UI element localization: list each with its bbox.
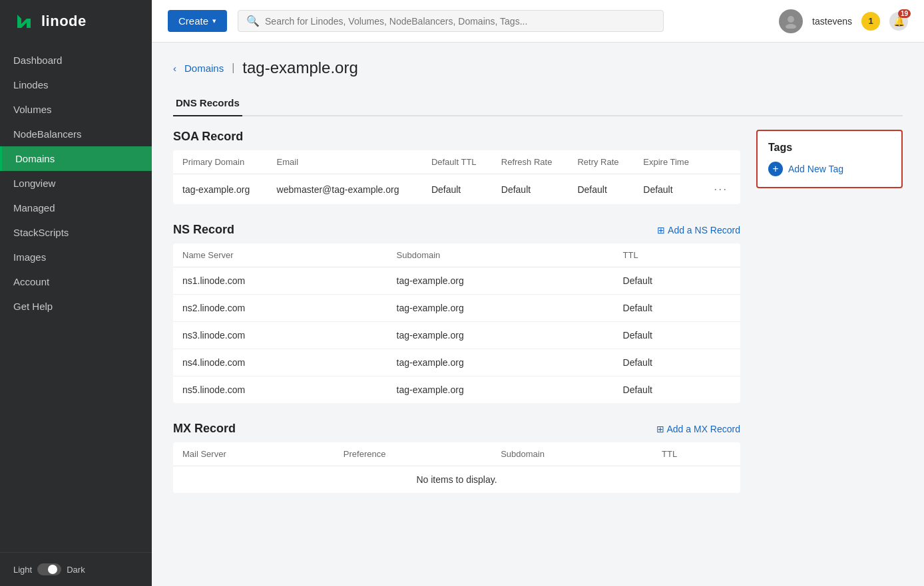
- table-row: ns5.linode.com tag-example.org Default: [173, 376, 740, 404]
- ns-name-server: ns2.linode.com: [173, 295, 387, 322]
- search-icon: 🔍: [246, 15, 260, 27]
- content-body: SOA Record Primary Domain Email Default …: [173, 130, 903, 512]
- svg-point-2: [788, 16, 794, 23]
- theme-toggle-track[interactable]: [37, 563, 61, 575]
- mx-record-section: MX Record ⊞ Add a MX Record Mail Server …: [173, 422, 740, 493]
- soa-email: webmaster@tag-example.org: [268, 174, 422, 205]
- main-area: Create ▾ 🔍 tastevens 1 🔔 19: [152, 0, 924, 586]
- ns-name-server: ns1.linode.com: [173, 267, 387, 295]
- soa-table: Primary Domain Email Default TTL Refresh…: [173, 150, 740, 204]
- tabs-row: DNS Records: [173, 90, 903, 116]
- table-row: ns2.linode.com tag-example.org Default: [173, 295, 740, 322]
- search-input[interactable]: [265, 16, 655, 27]
- light-label: Light: [13, 565, 32, 575]
- username-label: tastevens: [812, 16, 852, 27]
- sidebar-item-account[interactable]: Account: [0, 269, 152, 294]
- ns-record-section: NS Record ⊞ Add a NS Record Name Server …: [173, 223, 740, 403]
- ns-subdomain: tag-example.org: [387, 267, 614, 295]
- plus-icon-mx: ⊞: [656, 424, 664, 434]
- ns-subdomain: tag-example.org: [387, 376, 614, 404]
- soa-col-retry-rate: Retry Rate: [568, 150, 634, 174]
- soa-col-email: Email: [268, 150, 422, 174]
- create-button[interactable]: Create ▾: [168, 10, 227, 32]
- plus-icon: ⊞: [657, 225, 665, 235]
- breadcrumb-separator: |: [232, 62, 234, 74]
- soa-section-title: SOA Record: [173, 130, 243, 144]
- sidebar-item-managed[interactable]: Managed: [0, 196, 152, 220]
- sidebar-item-linodes[interactable]: Linodes: [0, 73, 152, 97]
- sidebar: linode Dashboard Linodes Volumes NodeBal…: [0, 0, 152, 586]
- ns-ttl: Default: [614, 295, 740, 322]
- topbar: Create ▾ 🔍 tastevens 1 🔔 19: [152, 0, 924, 43]
- add-mx-record-link[interactable]: ⊞ Add a MX Record: [656, 424, 741, 434]
- soa-col-refresh-rate: Refresh Rate: [492, 150, 569, 174]
- ns-ttl: Default: [614, 349, 740, 376]
- notification-badge[interactable]: 1: [861, 12, 880, 31]
- breadcrumb: ‹ Domains | tag-example.org: [173, 59, 903, 77]
- soa-more-button[interactable]: ···: [714, 182, 728, 196]
- sidebar-nav: Dashboard Linodes Volumes NodeBalancers …: [0, 43, 152, 552]
- sidebar-footer: Light Dark: [0, 552, 152, 586]
- bell-icon[interactable]: 🔔 19: [889, 12, 908, 31]
- soa-col-default-ttl: Default TTL: [422, 150, 492, 174]
- ns-col-name-server: Name Server: [173, 243, 387, 267]
- sidebar-item-longview[interactable]: Longview: [0, 171, 152, 196]
- breadcrumb-back-icon: ‹: [173, 63, 176, 74]
- soa-col-expire-time: Expire Time: [634, 150, 704, 174]
- ns-ttl: Default: [614, 267, 740, 295]
- search-bar: 🔍: [238, 10, 664, 32]
- soa-primary-domain: tag-example.org: [173, 174, 268, 205]
- ns-name-server: ns5.linode.com: [173, 376, 387, 404]
- bell-badge: 19: [898, 9, 911, 18]
- tab-dns-records[interactable]: DNS Records: [173, 90, 242, 116]
- table-row: ns3.linode.com tag-example.org Default: [173, 322, 740, 349]
- table-row: No items to display.: [173, 466, 740, 494]
- mx-section-header: MX Record ⊞ Add a MX Record: [173, 422, 740, 436]
- logo-text: linode: [41, 13, 87, 30]
- mx-table: Mail Server Preference Subdomain TTL No …: [173, 442, 740, 493]
- page-title: tag-example.org: [242, 59, 357, 77]
- soa-refresh-rate: Default: [492, 174, 569, 205]
- svg-point-3: [786, 24, 796, 29]
- add-new-tag-button[interactable]: + Add New Tag: [768, 162, 843, 176]
- breadcrumb-domains-link[interactable]: Domains: [184, 63, 224, 74]
- ns-subdomain: tag-example.org: [387, 322, 614, 349]
- chevron-down-icon: ▾: [212, 17, 216, 25]
- content-area: ‹ Domains | tag-example.org DNS Records …: [152, 43, 924, 586]
- sidebar-item-nodebalancers[interactable]: NodeBalancers: [0, 122, 152, 146]
- sidebar-item-volumes[interactable]: Volumes: [0, 97, 152, 122]
- soa-default-ttl: Default: [422, 174, 492, 205]
- add-tag-plus-icon: +: [768, 162, 783, 176]
- ns-ttl: Default: [614, 322, 740, 349]
- avatar: [779, 9, 803, 33]
- mx-col-subdomain: Subdomain: [491, 442, 652, 466]
- soa-col-primary-domain: Primary Domain: [173, 150, 268, 174]
- mx-section-title: MX Record: [173, 422, 236, 436]
- soa-expire-time: Default: [634, 174, 704, 205]
- table-row: ns4.linode.com tag-example.org Default: [173, 349, 740, 376]
- ns-name-server: ns3.linode.com: [173, 322, 387, 349]
- soa-record-section: SOA Record Primary Domain Email Default …: [173, 130, 740, 204]
- ns-subdomain: tag-example.org: [387, 349, 614, 376]
- mx-col-mail-server: Mail Server: [173, 442, 334, 466]
- theme-toggle-thumb: [48, 565, 57, 574]
- ns-col-subdomain: Subdomain: [387, 243, 614, 267]
- sidebar-item-dashboard[interactable]: Dashboard: [0, 48, 152, 73]
- sidebar-item-domains[interactable]: Domains: [0, 146, 152, 171]
- mx-col-ttl: TTL: [652, 442, 740, 466]
- table-row: ns1.linode.com tag-example.org Default: [173, 267, 740, 295]
- tags-panel-title: Tags: [768, 142, 891, 154]
- ns-col-ttl: TTL: [614, 243, 740, 267]
- mx-col-preference: Preference: [334, 442, 491, 466]
- sidebar-item-images[interactable]: Images: [0, 245, 152, 269]
- soa-col-actions: [704, 150, 740, 174]
- ns-ttl: Default: [614, 376, 740, 404]
- sidebar-item-get-help[interactable]: Get Help: [0, 294, 152, 319]
- sidebar-item-stackscripts[interactable]: StackScripts: [0, 220, 152, 245]
- tags-panel: Tags + Add New Tag: [756, 130, 903, 188]
- theme-toggle[interactable]: Light Dark: [13, 563, 85, 575]
- add-ns-record-link[interactable]: ⊞ Add a NS Record: [657, 225, 740, 235]
- ns-section-header: NS Record ⊞ Add a NS Record: [173, 223, 740, 237]
- ns-section-title: NS Record: [173, 223, 234, 237]
- ns-table: Name Server Subdomain TTL ns1.linode.com…: [173, 243, 740, 403]
